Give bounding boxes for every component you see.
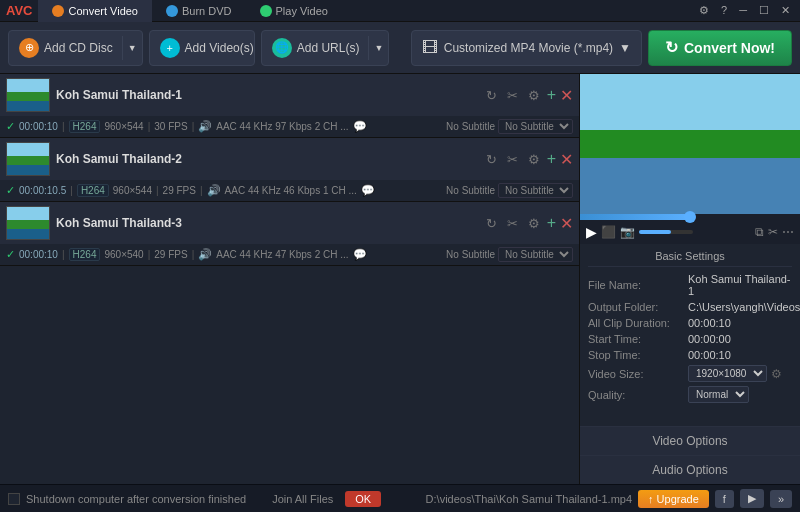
subtitle-select-1[interactable]: No Subtitle xyxy=(498,119,573,134)
subtitle-1: No Subtitle xyxy=(446,121,495,132)
video-time-1: 00:00:10 xyxy=(19,121,58,132)
format-arrow[interactable]: ▼ xyxy=(619,41,631,55)
quality-select[interactable]: Normal xyxy=(688,386,749,403)
tab-play-video[interactable]: Play Video xyxy=(246,0,342,22)
sync-icon-2[interactable]: ↻ xyxy=(483,151,500,168)
join-all-files-button[interactable]: Join All Files xyxy=(272,493,333,505)
fps-1: 30 FPS xyxy=(154,121,187,132)
shutdown-label: Shutdown computer after conversion finis… xyxy=(26,493,246,505)
settings-icon-1[interactable]: ⚙ xyxy=(525,87,543,104)
sync-icon-3[interactable]: ↻ xyxy=(483,215,500,232)
settings-icon-3[interactable]: ⚙ xyxy=(525,215,543,232)
format-selector[interactable]: 🎞 Customized MP4 Movie (*.mp4) ▼ xyxy=(411,30,642,66)
volume-slider[interactable] xyxy=(639,230,693,234)
add-cd-label: Add CD Disc xyxy=(44,41,113,55)
close-icon[interactable]: ✕ xyxy=(777,4,794,17)
maximize-icon[interactable]: ☐ xyxy=(755,4,773,17)
add-url-button[interactable]: 🌐 Add URL(s) ▼ xyxy=(261,30,390,66)
subtitle-icon-3: 💬 xyxy=(353,248,367,261)
remove-icon-2[interactable]: ✕ xyxy=(560,150,573,169)
fps-3: 29 FPS xyxy=(154,249,187,260)
audio-options-button[interactable]: Audio Options xyxy=(580,455,800,484)
status-left: Shutdown computer after conversion finis… xyxy=(8,491,418,507)
video-actions-1: ↻ ✂ ⚙ + ✕ xyxy=(483,86,573,105)
add-cd-icon: ⊕ xyxy=(19,38,39,58)
right-panel: ▶ ⬛ 📷 ⧉ ✂ ⋯ Basic Settings File Name: Ko… xyxy=(580,74,800,484)
resolution-2: 960×544 xyxy=(113,185,152,196)
minimize-icon[interactable]: ─ xyxy=(735,4,751,17)
setting-output-folder: Output Folder: C:\Users\yangh\Videos\... xyxy=(588,301,792,313)
screenshot-icon[interactable]: 📷 xyxy=(620,225,635,239)
remove-icon-3[interactable]: ✕ xyxy=(560,214,573,233)
refresh-icon: ↻ xyxy=(665,38,678,57)
video-item-header-1: Koh Samui Thailand-1 ↻ ✂ ⚙ + ✕ xyxy=(0,74,579,116)
settings-icon-2[interactable]: ⚙ xyxy=(525,151,543,168)
remove-icon-1[interactable]: ✕ xyxy=(560,86,573,105)
toolbar: ⊕ Add CD Disc ▼ + Add Video(s) 🌐 Add URL… xyxy=(0,22,800,74)
shutdown-checkbox[interactable] xyxy=(8,493,20,505)
facebook-button[interactable]: f xyxy=(715,490,734,508)
setting-start-time: Start Time: 00:00:00 xyxy=(588,333,792,345)
play-button[interactable]: ▶ xyxy=(586,224,597,240)
settings-icon[interactable]: ⚙ xyxy=(695,4,713,17)
add-icon-1[interactable]: + xyxy=(547,86,556,104)
subtitle-select-2[interactable]: No Subtitle xyxy=(498,183,573,198)
video-item-header-3: Koh Samui Thailand-3 ↻ ✂ ⚙ + ✕ xyxy=(0,202,579,244)
video-name-2: Koh Samui Thailand-2 xyxy=(56,152,477,166)
cut-icon-2[interactable]: ✂ xyxy=(504,151,521,168)
format-label: Customized MP4 Movie (*.mp4) xyxy=(444,41,613,55)
twitter-button[interactable]: ▶ xyxy=(740,489,764,508)
more-social-button[interactable]: » xyxy=(770,490,792,508)
cut-icon[interactable]: ✂ xyxy=(768,225,778,239)
cut-icon-3[interactable]: ✂ xyxy=(504,215,521,232)
add-icon-3[interactable]: + xyxy=(547,214,556,232)
subtitle-area-3: No Subtitle No Subtitle xyxy=(446,247,573,262)
tab-convert-video[interactable]: Convert Video xyxy=(38,0,152,22)
setting-all-clip-duration: All Clip Duration: 00:00:10 xyxy=(588,317,792,329)
add-videos-button[interactable]: + Add Video(s) xyxy=(149,30,255,66)
video-list: Koh Samui Thailand-1 ↻ ✂ ⚙ + ✕ ✓ 00:00:1… xyxy=(0,74,580,484)
stop-time-value: 00:00:10 xyxy=(688,349,792,361)
codec-2: H264 xyxy=(77,184,109,197)
sync-icon-1[interactable]: ↻ xyxy=(483,87,500,104)
settings-title: Basic Settings xyxy=(588,250,792,267)
play-tab-icon xyxy=(260,5,272,17)
video-options-button[interactable]: Video Options xyxy=(580,426,800,455)
basic-settings: Basic Settings File Name: Koh Samui Thai… xyxy=(580,244,800,426)
cut-icon-1[interactable]: ✂ xyxy=(504,87,521,104)
video-thumb-1 xyxy=(6,78,50,112)
stop-time-label: Stop Time: xyxy=(588,349,688,361)
progress-bar-area[interactable] xyxy=(580,214,800,220)
add-cd-arrow[interactable]: ▼ xyxy=(122,36,142,60)
subtitle-select-3[interactable]: No Subtitle xyxy=(498,247,573,262)
output-folder-label: Output Folder: xyxy=(588,301,688,313)
progress-knob[interactable] xyxy=(684,211,696,223)
add-url-arrow[interactable]: ▼ xyxy=(368,36,388,60)
all-clip-duration-label: All Clip Duration: xyxy=(588,317,688,329)
list-item: Koh Samui Thailand-1 ↻ ✂ ⚙ + ✕ ✓ 00:00:1… xyxy=(0,74,579,138)
add-url-icon: 🌐 xyxy=(272,38,292,58)
copy-icon[interactable]: ⧉ xyxy=(755,225,764,239)
convert-tab-icon xyxy=(52,5,64,17)
stop-button[interactable]: ⬛ xyxy=(601,225,616,239)
more-icon[interactable]: ⋯ xyxy=(782,225,794,239)
all-clip-duration-value: 00:00:10 xyxy=(688,317,792,329)
main-content: Koh Samui Thailand-1 ↻ ✂ ⚙ + ✕ ✓ 00:00:1… xyxy=(0,74,800,484)
video-thumb-3 xyxy=(6,206,50,240)
ok-button[interactable]: OK xyxy=(345,491,381,507)
add-icon-2[interactable]: + xyxy=(547,150,556,168)
check-icon-2: ✓ xyxy=(6,184,15,197)
convert-tab-label: Convert Video xyxy=(68,5,138,17)
help-icon[interactable]: ? xyxy=(717,4,731,17)
video-size-select[interactable]: 1920×1080 xyxy=(688,365,767,382)
speaker-icon-2: 🔊 xyxy=(207,184,221,197)
add-cd-disc-button[interactable]: ⊕ Add CD Disc ▼ xyxy=(8,30,143,66)
video-item-details-1: ✓ 00:00:10 | H264 960×544 | 30 FPS | 🔊 A… xyxy=(0,116,579,137)
setting-video-size: Video Size: 1920×1080 ⚙ xyxy=(588,365,792,382)
tab-burn-dvd[interactable]: Burn DVD xyxy=(152,0,246,22)
convert-now-button[interactable]: ↻ Convert Now! xyxy=(648,30,792,66)
convert-now-label: Convert Now! xyxy=(684,40,775,56)
list-item: Koh Samui Thailand-3 ↻ ✂ ⚙ + ✕ ✓ 00:00:1… xyxy=(0,202,579,266)
video-size-gear-icon[interactable]: ⚙ xyxy=(771,367,782,381)
upgrade-button[interactable]: ↑ Upgrade xyxy=(638,490,709,508)
